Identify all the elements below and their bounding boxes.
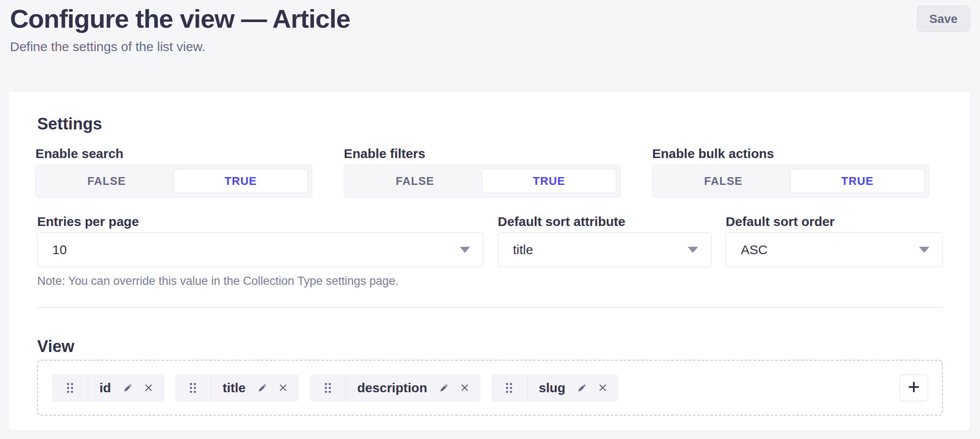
- remove-x-icon[interactable]: [144, 383, 153, 392]
- field-chip-label: id: [99, 381, 111, 395]
- enable-search-toggle: FALSE TRUE: [35, 165, 312, 197]
- drag-handle-icon[interactable]: [310, 374, 346, 402]
- enable-bulk-actions-true-option[interactable]: TRUE: [790, 169, 925, 193]
- selects-row: Entries per page 10 Default sort attribu…: [37, 214, 943, 267]
- caret-down-icon: [919, 247, 929, 253]
- enable-filters-label: Enable filters: [344, 146, 621, 161]
- enable-filters-toggle: FALSE TRUE: [344, 165, 621, 197]
- remove-x-icon[interactable]: [598, 383, 607, 392]
- edit-pencil-icon[interactable]: [439, 383, 448, 393]
- entries-per-page-field: Entries per page 10: [37, 214, 484, 267]
- page-header: Configure the view — Article Define the …: [10, 4, 970, 54]
- save-button[interactable]: Save: [917, 6, 970, 32]
- edit-pencil-icon[interactable]: [123, 383, 132, 393]
- enable-search-label: Enable search: [35, 146, 312, 161]
- default-sort-order-value: ASC: [741, 242, 768, 257]
- enable-bulk-actions-toggle: FALSE TRUE: [652, 165, 929, 197]
- edit-pencil-icon[interactable]: [577, 383, 586, 393]
- enable-filters-field: Enable filters FALSE TRUE: [344, 146, 621, 197]
- field-chip-slug: slug: [491, 374, 619, 402]
- enable-filters-false-option[interactable]: FALSE: [348, 169, 482, 193]
- view-section-title: View: [37, 338, 943, 355]
- page-subtitle: Define the settings of the list view.: [10, 39, 970, 54]
- enable-bulk-actions-label: Enable bulk actions: [652, 146, 929, 161]
- default-sort-attribute-field: Default sort attribute title: [498, 214, 711, 267]
- caret-down-icon: [688, 247, 698, 253]
- entries-per-page-value: 10: [52, 242, 67, 257]
- enable-search-false-option[interactable]: FALSE: [40, 169, 173, 193]
- enable-search-field: Enable search FALSE TRUE: [35, 146, 312, 197]
- entries-per-page-note: Note: You can override this value in the…: [37, 274, 943, 288]
- remove-x-icon[interactable]: [279, 383, 288, 392]
- section-divider: [37, 307, 943, 308]
- enable-bulk-actions-false-option[interactable]: FALSE: [657, 169, 790, 193]
- remove-x-icon[interactable]: [460, 383, 469, 392]
- toggles-row: Enable search FALSE TRUE Enable filters …: [35, 146, 929, 197]
- default-sort-attribute-label: Default sort attribute: [498, 214, 711, 229]
- drag-handle-icon[interactable]: [491, 374, 528, 402]
- caret-down-icon: [460, 247, 470, 253]
- enable-filters-true-option[interactable]: TRUE: [482, 169, 616, 193]
- enable-search-true-option[interactable]: TRUE: [173, 169, 308, 193]
- view-fields-dropzone: id title: [37, 360, 943, 416]
- add-field-button[interactable]: [900, 374, 928, 401]
- settings-card: Settings Enable search FALSE TRUE Enable…: [9, 92, 970, 430]
- drag-handle-icon[interactable]: [175, 374, 211, 402]
- field-chip-label: description: [357, 381, 427, 395]
- field-chip-id: id: [52, 374, 164, 402]
- field-chip-label: slug: [539, 381, 566, 395]
- enable-bulk-actions-field: Enable bulk actions FALSE TRUE: [652, 146, 929, 197]
- add-plus-icon: [906, 380, 921, 396]
- field-chip-title: title: [175, 374, 299, 402]
- settings-section-title: Settings: [37, 116, 943, 132]
- drag-handle-icon[interactable]: [52, 374, 88, 402]
- field-chip-description: description: [310, 374, 480, 402]
- default-sort-order-label: Default sort order: [726, 214, 943, 229]
- default-sort-order-select[interactable]: ASC: [726, 232, 943, 267]
- page-title: Configure the view — Article: [10, 4, 970, 33]
- field-chip-label: title: [223, 381, 246, 395]
- entries-per-page-label: Entries per page: [37, 214, 484, 229]
- edit-pencil-icon[interactable]: [257, 383, 267, 393]
- default-sort-attribute-select[interactable]: title: [498, 232, 711, 267]
- default-sort-order-field: Default sort order ASC: [726, 214, 943, 267]
- entries-per-page-select[interactable]: 10: [37, 232, 484, 267]
- default-sort-attribute-value: title: [513, 242, 533, 257]
